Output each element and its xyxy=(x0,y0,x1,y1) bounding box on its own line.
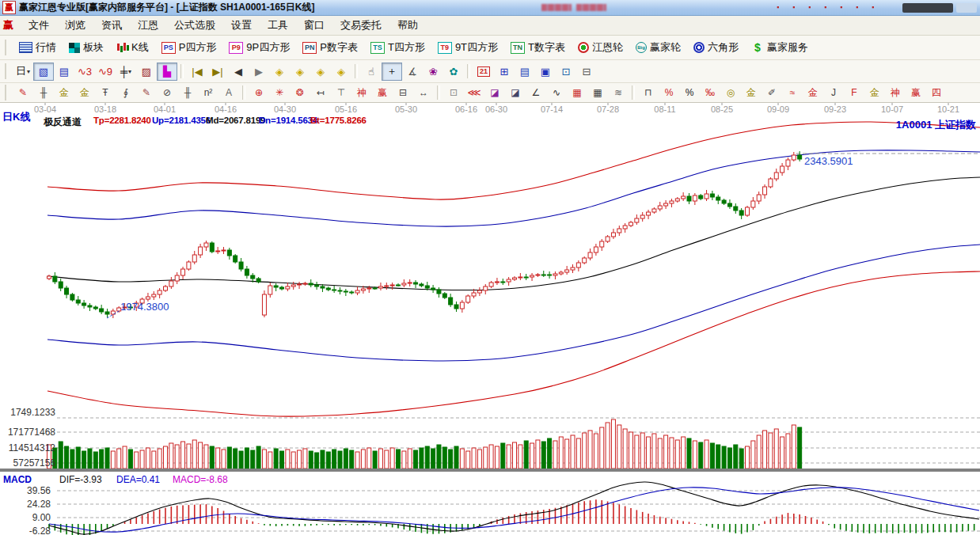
measure-button[interactable]: ∡ xyxy=(402,63,423,81)
goto-first-button[interactable]: |◀ xyxy=(187,63,207,81)
menu-item-交易委托[interactable]: 交易委托 xyxy=(332,17,389,34)
zigzag-button[interactable]: ∿ xyxy=(546,85,567,101)
menu-item-文件[interactable]: 文件 xyxy=(21,17,57,34)
zoom-vertical-button[interactable]: ◈ xyxy=(310,63,331,81)
draw-rocket-button[interactable]: ✎ xyxy=(13,85,33,101)
menu-item-窗口[interactable]: 窗口 xyxy=(296,17,332,34)
text-note-button[interactable]: A xyxy=(218,85,239,101)
box-tool-button[interactable]: ⊡ xyxy=(443,85,464,101)
si-angle-button[interactable]: 四 xyxy=(926,85,947,101)
titlebar-mini-icon-3[interactable]: ▪ xyxy=(824,3,831,11)
printer-button[interactable]: ⊟ xyxy=(576,63,597,81)
crosshair-button[interactable]: ＋ xyxy=(382,63,402,81)
toolbar-button-P四方形[interactable]: PSP四方形 xyxy=(155,38,223,57)
titlebar-mini-icon-6[interactable]: ▪ xyxy=(872,3,879,11)
circle-degree-button[interactable]: ⊘ xyxy=(157,85,177,101)
main-chart-style-button[interactable]: ▧ xyxy=(33,63,54,81)
target-crosshair-button[interactable]: ⊕ xyxy=(249,85,269,101)
f-grid-button[interactable]: Ŧ xyxy=(95,85,116,101)
extend-line-button[interactable]: ↤ xyxy=(310,85,331,101)
titlebar-mini-icon-4[interactable]: ▪ xyxy=(840,3,847,11)
toolbar-button-K线[interactable]: K线 xyxy=(110,38,155,57)
grid-arrow-button[interactable]: ▦ xyxy=(587,85,608,101)
percent-button[interactable]: % xyxy=(679,85,700,101)
gold-red-button[interactable]: 金 xyxy=(803,85,823,101)
page-left-button[interactable]: ◀ xyxy=(228,63,249,81)
page-right-button[interactable]: ▶ xyxy=(249,63,269,81)
chart-area[interactable]: 日K线 极反通道 1A0001 上证指数 2343.5901 1974.3800… xyxy=(0,103,980,535)
titlebar-mini-icon-2[interactable]: ▪ xyxy=(808,3,815,11)
ruler-123-button[interactable]: ⊟ xyxy=(393,85,413,101)
toolbar-grip[interactable] xyxy=(5,40,9,55)
menu-item-江恩[interactable]: 江恩 xyxy=(130,17,166,34)
starburst-button[interactable]: ✳ xyxy=(269,85,290,101)
menu-item-公式选股[interactable]: 公式选股 xyxy=(166,17,223,34)
info-report-button[interactable]: ▤ xyxy=(54,63,74,81)
toolbar-grip-3[interactable] xyxy=(5,85,9,101)
permille-red-button[interactable]: ‰ xyxy=(700,85,720,101)
spiral-button[interactable]: ∮ xyxy=(116,85,136,101)
titlebar-mini-icon-1[interactable]: ▪ xyxy=(792,3,800,11)
n-square-button[interactable]: n² xyxy=(198,85,218,101)
period-day-selector-button[interactable]: 日▾ xyxy=(13,63,33,81)
titlebar-mini-icon-5[interactable]: ▪ xyxy=(856,3,863,11)
toolbar-button-六角形[interactable]: 六角形 xyxy=(687,38,745,57)
titlebar-mini-icon-0[interactable]: ▪ xyxy=(777,3,784,11)
calendar-button[interactable]: 21 xyxy=(473,63,494,81)
zoom-in-horizontal-button[interactable]: ◈ xyxy=(290,63,310,81)
toolbar-button-江恩轮[interactable]: 江恩轮 xyxy=(572,38,629,57)
toolbar-button-P数字表[interactable]: PNP数字表 xyxy=(296,38,364,57)
toolbar-button-9T四方形[interactable]: T99T四方形 xyxy=(431,38,504,57)
pan-hand-button[interactable]: ☝ xyxy=(361,63,382,81)
gold-angle-button[interactable]: 金 xyxy=(864,85,885,101)
pencil-grid-button[interactable]: ✎ xyxy=(136,85,157,101)
pitchfork-button[interactable]: ⊤ xyxy=(331,85,351,101)
gold-grid-b-button[interactable]: 金 xyxy=(74,85,95,101)
wave-band-red-button[interactable]: ≈ xyxy=(782,85,803,101)
shen-grid-button[interactable]: 神 xyxy=(351,85,372,101)
menu-item-帮助[interactable]: 帮助 xyxy=(389,17,426,34)
toolbar-button-行情[interactable]: 行情 xyxy=(13,38,63,57)
fan-box-dark-button[interactable]: ◪ xyxy=(505,85,526,101)
goto-last-button[interactable]: ▶| xyxy=(207,63,228,81)
measure-pencil-button[interactable]: ✐ xyxy=(762,85,782,101)
toolbar-button-9P四方形[interactable]: P99P四方形 xyxy=(222,38,296,57)
chart-canvas[interactable] xyxy=(0,103,980,535)
menu-item-设置[interactable]: 设置 xyxy=(223,17,260,34)
zoom-out-horizontal-button[interactable]: ◈ xyxy=(269,63,290,81)
zoom-reset-button[interactable]: ◈ xyxy=(331,63,351,81)
notes-button[interactable]: ▤ xyxy=(515,63,535,81)
candle-type-selector-button[interactable]: ╪▾ xyxy=(116,63,136,81)
toolbar-grip-2[interactable] xyxy=(5,63,9,79)
wave-3-button[interactable]: ∿3 xyxy=(74,63,95,81)
comb-grid-button[interactable]: ╫ xyxy=(33,85,54,101)
ying-grid-button[interactable]: 赢 xyxy=(372,85,393,101)
fan-box-purple-button[interactable]: ◪ xyxy=(484,85,505,101)
gold-circle-button[interactable]: ◎ xyxy=(720,85,741,101)
f-angle-button[interactable]: F xyxy=(844,85,864,101)
toolbar-button-赢家轮[interactable]: Big赢家轮 xyxy=(629,38,687,57)
menu-item-工具[interactable]: 工具 xyxy=(260,17,296,34)
toolbar-button-T数字表[interactable]: TNT数字表 xyxy=(504,38,572,57)
percent-line-red-button[interactable]: % xyxy=(659,85,679,101)
gold-grid-a-button[interactable]: 金 xyxy=(54,85,74,101)
comb-grid-2-button[interactable]: ╫ xyxy=(177,85,198,101)
titlebar-status-icons[interactable]: ▪▪▪▪▪▪▪ xyxy=(777,3,879,11)
grid-red-button[interactable]: ▦ xyxy=(567,85,587,101)
tool-teal-flower-button[interactable]: ✿ xyxy=(443,63,464,81)
menu-item-浏览[interactable]: 浏览 xyxy=(57,17,93,34)
menu-item-资讯[interactable]: 资讯 xyxy=(93,17,130,34)
starburst-grid-button[interactable]: ❂ xyxy=(290,85,310,101)
toolbar-button-板块[interactable]: 板块 xyxy=(63,38,110,57)
wave-9-button[interactable]: ∿9 xyxy=(95,63,116,81)
network-button[interactable]: ⊡ xyxy=(556,63,576,81)
toolbar-button-赢家服务[interactable]: $赢家服务 xyxy=(745,38,815,57)
range-arrows-button[interactable]: ↔ xyxy=(413,85,434,101)
save-button[interactable]: ▣ xyxy=(535,63,556,81)
parallel-lines-button[interactable]: ≋ xyxy=(608,85,629,101)
pattern-search-button[interactable]: ▨ xyxy=(136,63,157,81)
tool-purple-flower-button[interactable]: ❀ xyxy=(423,63,443,81)
toolbar-button-T四方形[interactable]: TST四方形 xyxy=(364,38,431,57)
fan-lines-button[interactable]: ∠ xyxy=(526,85,546,101)
volume-style-button[interactable]: ▙ xyxy=(157,63,177,81)
